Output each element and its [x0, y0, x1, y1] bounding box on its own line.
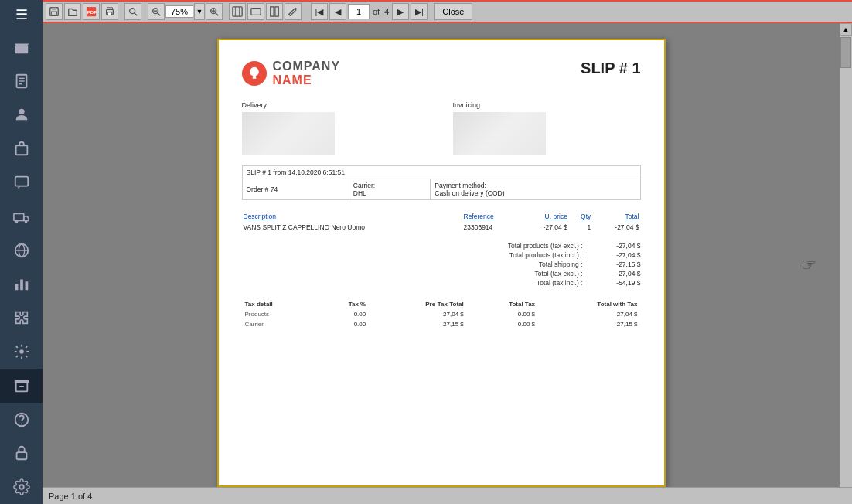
svg-text:PDF: PDF [87, 9, 97, 15]
address-section: Delivery Invoicing [242, 101, 641, 155]
status-bar: Page 1 of 4 [43, 487, 852, 504]
total-label-5: Total (tax incl.) : [475, 279, 583, 287]
tax-col-pretax: Pre-Tax Total [369, 299, 467, 309]
open-button[interactable] [64, 3, 81, 20]
invoicing-label: Invoicing [453, 101, 641, 109]
sidebar-item-lock[interactable] [0, 436, 43, 470]
company-text: COMPANY NAME [273, 60, 341, 87]
company-logo: COMPANY NAME [242, 60, 341, 87]
pdf-viewer[interactable]: COMPANY NAME SLIP # 1 Delivery Invoicing [43, 23, 840, 487]
logo-icon [242, 61, 267, 86]
svg-rect-45 [275, 7, 278, 16]
total-row-2: Total products (tax incl.) : -27,04 $ [475, 251, 641, 259]
last-page-button[interactable]: ▶| [411, 3, 428, 20]
total-label-1: Total products (tax excl.) : [475, 242, 583, 250]
prev-page-button[interactable]: ◀ [329, 3, 346, 20]
first-page-button[interactable]: |◀ [311, 3, 328, 20]
svg-line-35 [158, 13, 161, 16]
invoicing-address-box [453, 112, 546, 155]
fit-page-button[interactable] [229, 3, 246, 20]
sidebar-item-person[interactable] [0, 98, 43, 132]
sidebar-item-truck[interactable] [0, 199, 43, 233]
sidebar-item-chart[interactable] [0, 267, 43, 301]
total-row-1: Total products (tax excl.) : -27,04 $ [475, 242, 641, 250]
total-value-1: -27,04 $ [598, 242, 641, 250]
total-row-4: Total (tax excl.) : -27,04 $ [475, 270, 641, 278]
scroll-thumb[interactable] [840, 37, 851, 68]
col-total: Total [592, 211, 640, 222]
close-button[interactable]: Close [434, 3, 472, 20]
sidebar-item-puzzle[interactable] [0, 301, 43, 335]
info-row-order: Order # 74 Carrier: DHL Payment method: … [242, 179, 640, 200]
svg-rect-43 [251, 9, 261, 15]
product-uprice: -27,04 $ [521, 222, 569, 233]
product-row-1: VANS SPLIT Z CAPPELLINO Nero Uomo 233039… [242, 222, 641, 233]
totals-table: Total products (tax excl.) : -27,04 $ To… [475, 242, 641, 288]
sidebar-item-settings2[interactable] [0, 335, 43, 369]
total-value-5: -54,19 $ [598, 279, 641, 287]
svg-rect-14 [15, 284, 18, 290]
sidebar-item-cog[interactable] [0, 470, 43, 504]
search-button[interactable] [124, 3, 141, 20]
svg-line-32 [135, 13, 138, 16]
tax-header-row: Tax detail Tax % Pre-Tax Total Total Tax… [242, 299, 641, 309]
info-row-slip: SLIP # 1 from 14.10.2020 6:51:51 [242, 166, 640, 179]
fit-width-button[interactable] [247, 3, 264, 20]
svg-rect-8 [13, 213, 23, 220]
company-name-top: COMPANY [273, 60, 341, 73]
zoom-out-button[interactable] [148, 3, 165, 20]
company-name-bottom: NAME [273, 73, 341, 87]
scrollbar-right[interactable]: ▲ [840, 23, 852, 487]
sidebar-item-globe[interactable] [0, 233, 43, 267]
full-page-button[interactable] [266, 3, 283, 20]
sidebar-item-chat[interactable] [0, 165, 43, 199]
zoom-controls: 75% ▼ [148, 3, 223, 20]
pdf-button[interactable]: PDF [83, 3, 100, 20]
document-header: COMPANY NAME SLIP # 1 [242, 60, 641, 87]
cursor-indicator: ☞ [801, 255, 816, 275]
order-number-cell: Order # 74 [242, 179, 349, 200]
sidebar-item-orders[interactable] [0, 64, 43, 98]
products-header-row: Description Reference U. price Qty Total [242, 211, 641, 222]
svg-rect-6 [15, 146, 27, 155]
tax-row-products: Products 0.00 -27,04 $ 0.00 $ -27,04 $ [242, 309, 641, 319]
page-input[interactable]: 1 [348, 4, 370, 19]
product-qty: 1 [569, 222, 592, 233]
invoicing-address: Invoicing [453, 101, 641, 155]
sidebar-item-help[interactable] [0, 403, 43, 437]
tax-col-totaltax: Total Tax [467, 299, 538, 309]
zoom-dropdown[interactable]: ▼ [194, 3, 205, 20]
col-uprice: U. price [521, 211, 569, 222]
zoom-in-button[interactable] [206, 3, 223, 20]
scroll-up-arrow[interactable]: ▲ [840, 23, 852, 36]
svg-point-23 [19, 485, 24, 489]
col-reference: Reference [462, 211, 521, 222]
sidebar-item-bag[interactable] [0, 131, 43, 165]
edit-button[interactable] [285, 3, 302, 20]
delivery-label: Delivery [242, 101, 430, 109]
svg-rect-7 [15, 177, 28, 186]
product-description: VANS SPLIT Z CAPPELLINO Nero Uomo [242, 222, 462, 233]
slip-number: SLIP # 1 [581, 60, 640, 77]
tax-table: Tax detail Tax % Pre-Tax Total Total Tax… [242, 299, 641, 329]
total-value-3: -27,15 $ [598, 261, 641, 268]
svg-rect-40 [233, 7, 242, 16]
sidebar-item-archive[interactable] [0, 369, 43, 403]
svg-point-17 [19, 349, 24, 354]
totals-section: Total products (tax excl.) : -27,04 $ To… [242, 242, 641, 288]
svg-line-39 [216, 13, 219, 16]
status-text: Page 1 of 4 [49, 492, 92, 501]
tax-totalwithtax-carrier: -27,15 $ [538, 319, 640, 329]
payment-value: Cash on delivery (COD) [435, 189, 504, 197]
tax-pretax-products: -27,04 $ [369, 309, 467, 319]
total-value-2: -27,04 $ [598, 251, 641, 259]
save-button[interactable] [46, 3, 63, 20]
next-page-button[interactable]: ▶ [392, 3, 409, 20]
zoom-value: 75% [165, 5, 193, 18]
sidebar-item-store[interactable] [0, 30, 43, 64]
total-label-3: Total shipping : [475, 261, 583, 268]
product-total: -27,04 $ [592, 222, 640, 233]
print-button[interactable] [101, 3, 118, 20]
hamburger-menu[interactable]: ☰ [0, 0, 43, 30]
total-label-4: Total (tax excl.) : [475, 270, 583, 278]
